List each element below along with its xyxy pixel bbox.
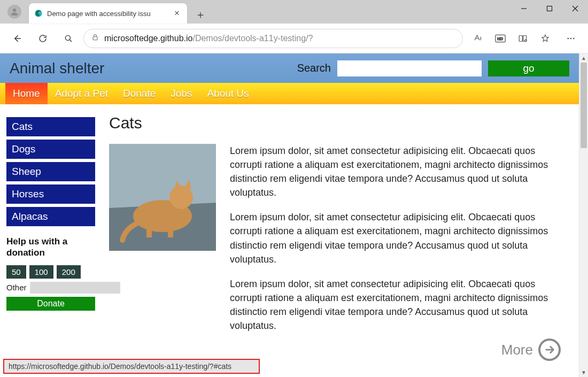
go-button[interactable]: go — [488, 60, 569, 76]
other-amount-input[interactable] — [30, 282, 120, 294]
svg-point-14 — [573, 37, 575, 39]
refresh-button[interactable] — [32, 28, 53, 49]
svg-point-12 — [567, 37, 569, 39]
edge-favicon — [34, 9, 43, 18]
back-button[interactable] — [6, 28, 28, 49]
svg-line-7 — [69, 40, 72, 42]
svg-rect-8 — [93, 36, 97, 40]
new-tab-button[interactable]: ＋ — [192, 6, 208, 22]
window-maximize-button[interactable] — [537, 0, 562, 17]
paragraph-1: Lorem ipsum dolor, sit amet consectetur … — [230, 144, 564, 199]
status-bar-link: https://microsoftedge.github.io/Demos/de… — [3, 359, 260, 374]
site-title: Animal shelter — [10, 60, 297, 77]
url-text: microsoftedge.github.io/Demos/devtools-a… — [104, 34, 313, 43]
address-bar[interactable]: microsoftedge.github.io/Demos/devtools-a… — [83, 29, 463, 48]
scroll-down-icon[interactable]: ▼ — [579, 368, 588, 377]
donation-heading: Help us with a donation — [6, 236, 95, 259]
more-link[interactable]: More — [501, 338, 561, 361]
sidebar-item-dogs[interactable]: Dogs — [6, 140, 95, 159]
svg-rect-3 — [547, 6, 552, 11]
nav-jobs[interactable]: Jobs — [163, 83, 199, 104]
svg-point-6 — [65, 35, 70, 40]
other-label: Other — [6, 283, 27, 292]
search-label: Search — [297, 62, 331, 74]
nav-adopt[interactable]: Adopt a Pet — [48, 83, 115, 104]
menu-button[interactable] — [560, 28, 582, 49]
primary-nav: Home Adopt a Pet Donate Jobs About Us — [0, 83, 579, 104]
svg-rect-22 — [146, 224, 152, 237]
sidebar-item-cats[interactable]: Cats — [6, 117, 95, 136]
tab-close-icon[interactable]: × — [172, 8, 182, 19]
profile-avatar[interactable] — [7, 5, 21, 19]
scroll-thumb[interactable] — [581, 63, 587, 148]
reader-icon[interactable] — [512, 28, 533, 49]
search-button[interactable] — [58, 28, 79, 49]
svg-point-11 — [525, 40, 527, 41]
donation-amount-200[interactable]: 200 — [57, 265, 81, 279]
arrow-right-icon — [538, 338, 561, 361]
lock-icon — [91, 34, 99, 43]
favorite-icon[interactable] — [535, 28, 556, 49]
sidebar: Cats Dogs Sheep Horses Alpacas Help us w… — [6, 114, 95, 343]
paragraph-2: Lorem ipsum dolor, sit amet consectetur … — [230, 210, 564, 266]
main-content: Cats — [109, 114, 564, 343]
hd-icon[interactable]: HD — [490, 28, 511, 49]
nav-donate[interactable]: Donate — [115, 83, 163, 104]
cat-image — [109, 144, 216, 251]
svg-point-13 — [570, 37, 572, 39]
donate-button[interactable]: Donate — [6, 297, 95, 311]
donation-amount-50[interactable]: 50 — [6, 265, 26, 279]
sidebar-item-alpacas[interactable]: Alpacas — [6, 207, 95, 226]
tab-title: Demo page with accessibility issu — [47, 10, 168, 18]
vertical-scrollbar[interactable]: ▲ ▼ — [579, 53, 588, 377]
svg-point-0 — [13, 9, 16, 12]
window-minimize-button[interactable] — [511, 0, 537, 17]
read-aloud-icon[interactable] — [467, 28, 489, 49]
search-input[interactable] — [337, 60, 482, 76]
section-heading: Cats — [109, 114, 564, 132]
svg-text:HD: HD — [497, 36, 503, 41]
scroll-up-icon[interactable]: ▲ — [579, 53, 588, 63]
sidebar-item-sheep[interactable]: Sheep — [6, 162, 95, 181]
svg-point-19 — [169, 186, 193, 209]
browser-toolbar: microsoftedge.github.io/Demos/devtools-a… — [0, 24, 588, 53]
page-banner: Animal shelter Search go — [0, 53, 579, 83]
more-label: More — [501, 342, 533, 358]
window-titlebar: Demo page with accessibility issu × ＋ — [0, 0, 588, 24]
svg-rect-15 — [109, 144, 216, 208]
browser-tab[interactable]: Demo page with accessibility issu × — [29, 3, 187, 24]
nav-about[interactable]: About Us — [199, 83, 256, 104]
window-close-button[interactable] — [562, 0, 588, 17]
paragraph-3: Lorem ipsum dolor, sit amet consectetur … — [230, 277, 564, 333]
donation-amount-100[interactable]: 100 — [29, 265, 53, 279]
sidebar-item-horses[interactable]: Horses — [6, 184, 95, 204]
nav-home[interactable]: Home — [5, 83, 48, 104]
svg-rect-23 — [168, 224, 173, 237]
